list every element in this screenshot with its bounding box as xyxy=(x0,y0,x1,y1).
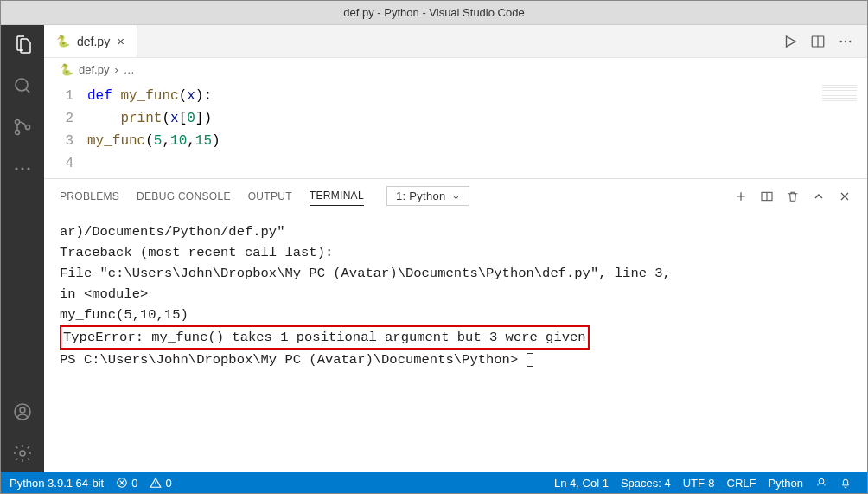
window-title: def.py - Python - Visual Studio Code xyxy=(343,6,524,19)
term-line: in <module> xyxy=(60,284,852,305)
status-eol[interactable]: CRLF xyxy=(727,477,756,490)
svg-point-16 xyxy=(819,478,824,484)
status-language[interactable]: Python xyxy=(769,477,803,490)
statusbar: Python 3.9.1 64-bit 0 0 Ln 4, Col 1 Spac… xyxy=(1,472,867,493)
svg-point-2 xyxy=(16,131,20,135)
split-terminal-icon[interactable] xyxy=(760,189,774,203)
panel: PROBLEMS DEBUG CONSOLE OUTPUT TERMINAL 1… xyxy=(44,178,867,386)
minimap[interactable] xyxy=(822,85,857,102)
svg-point-13 xyxy=(849,40,851,42)
tab-debug-console[interactable]: DEBUG CONSOLE xyxy=(137,187,231,206)
status-cursor-pos[interactable]: Ln 4, Col 1 xyxy=(554,477,609,490)
code-content[interactable]: def my_func(x): print(x[0])my_func(5,10,… xyxy=(87,85,867,175)
new-terminal-icon[interactable] xyxy=(734,189,748,203)
term-line: File "c:\Users\John\Dropbox\My PC (Avata… xyxy=(60,263,852,284)
panel-tabs: PROBLEMS DEBUG CONSOLE OUTPUT TERMINAL 1… xyxy=(44,179,867,213)
svg-point-9 xyxy=(20,451,25,456)
svg-point-1 xyxy=(16,120,20,125)
status-python-version[interactable]: Python 3.9.1 64-bit xyxy=(10,477,104,490)
svg-point-5 xyxy=(21,167,23,170)
more-icon[interactable] xyxy=(10,157,35,181)
terminal-selector[interactable]: 1: Python xyxy=(386,186,469,206)
notifications-icon[interactable] xyxy=(839,477,852,489)
breadcrumb-sep: › xyxy=(114,63,118,76)
term-line: ar)/Documents/Python/def.py" xyxy=(60,221,852,242)
gutter: 1 2 3 4 xyxy=(44,85,87,175)
line-number: 3 xyxy=(44,130,73,152)
status-spaces[interactable]: Spaces: 4 xyxy=(621,477,671,490)
term-error-line: TypeError: my_func() takes 1 positional … xyxy=(60,325,852,350)
breadcrumb-file: def.py xyxy=(79,63,109,76)
terminal-output[interactable]: ar)/Documents/Python/def.py" Traceback (… xyxy=(44,213,867,386)
vscode-window: def.py - Python - Visual Studio Code xyxy=(0,0,868,494)
svg-point-0 xyxy=(16,79,28,91)
search-icon[interactable] xyxy=(10,74,35,98)
code-editor[interactable]: 1 2 3 4 def my_func(x): print(x[0])my_fu… xyxy=(44,81,867,178)
python-file-icon: 🐍 xyxy=(56,35,70,48)
close-icon[interactable]: × xyxy=(117,34,124,48)
python-file-icon: 🐍 xyxy=(60,63,73,76)
tab-defpy[interactable]: 🐍 def.py × xyxy=(44,25,137,57)
line-number: 1 xyxy=(44,85,73,107)
breadcrumb-rest: … xyxy=(124,63,135,76)
tabs-row: 🐍 def.py × xyxy=(44,25,867,58)
svg-point-8 xyxy=(20,407,25,413)
status-encoding[interactable]: UTF-8 xyxy=(683,477,715,490)
svg-point-6 xyxy=(27,167,29,170)
accounts-icon[interactable] xyxy=(10,400,35,424)
line-number: 2 xyxy=(44,107,73,130)
trash-icon[interactable] xyxy=(786,189,800,203)
svg-point-4 xyxy=(15,167,17,170)
tab-problems[interactable]: PROBLEMS xyxy=(60,187,119,206)
status-errors[interactable]: 0 xyxy=(116,477,137,490)
run-icon[interactable] xyxy=(782,34,798,49)
tab-output[interactable]: OUTPUT xyxy=(248,187,292,206)
source-control-icon[interactable] xyxy=(10,115,35,139)
close-panel-icon[interactable] xyxy=(838,189,852,203)
editor-more-icon[interactable] xyxy=(838,34,853,49)
main: 🐍 def.py × 🐍 de xyxy=(1,25,867,472)
svg-point-11 xyxy=(840,40,842,42)
status-warnings[interactable]: 0 xyxy=(150,477,171,490)
activity-bar xyxy=(1,25,44,472)
tab-terminal[interactable]: TERMINAL xyxy=(310,186,364,206)
term-line: Traceback (most recent call last): xyxy=(60,242,852,263)
terminal-cursor xyxy=(527,353,533,367)
breadcrumb[interactable]: 🐍 def.py › … xyxy=(44,58,867,81)
chevron-up-icon[interactable] xyxy=(812,189,826,203)
term-line: my_func(5,10,15) xyxy=(60,305,852,325)
editor-area: 🐍 def.py × 🐍 de xyxy=(44,25,867,472)
tab-filename: def.py xyxy=(77,35,110,48)
line-number: 4 xyxy=(44,152,73,175)
titlebar: def.py - Python - Visual Studio Code xyxy=(1,1,867,25)
split-editor-icon[interactable] xyxy=(810,34,826,49)
explorer-icon[interactable] xyxy=(10,32,35,56)
settings-gear-icon[interactable] xyxy=(10,441,35,465)
term-prompt: PS C:\Users\John\Dropbox\My PC (Avatar)\… xyxy=(60,350,852,370)
feedback-icon[interactable] xyxy=(815,477,827,489)
svg-point-12 xyxy=(845,40,846,42)
